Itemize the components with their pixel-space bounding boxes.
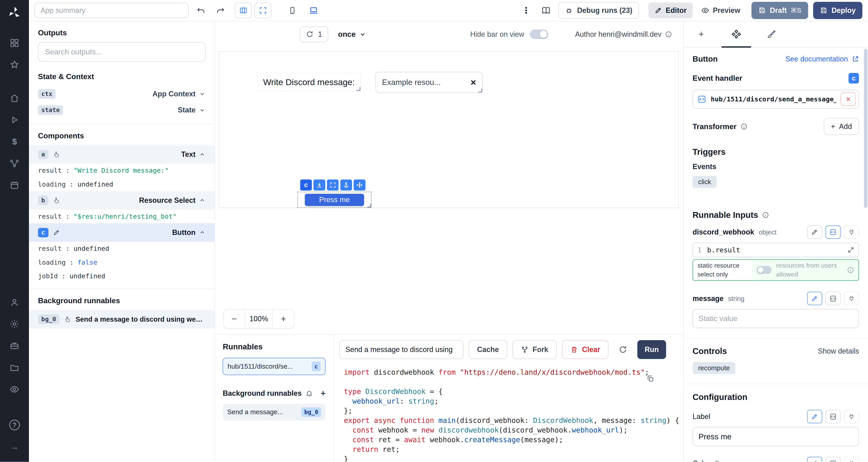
flows-icon[interactable] <box>6 155 23 172</box>
label-value-input[interactable] <box>692 427 859 446</box>
toggle-panels-button[interactable] <box>235 3 252 18</box>
controls-title: Controls <box>692 346 727 356</box>
state-row[interactable]: state State <box>29 102 214 118</box>
resize-handle[interactable] <box>367 204 371 207</box>
script-path: hub/1511/discord/send_a_message_... <box>711 95 836 103</box>
home-icon[interactable] <box>6 90 23 106</box>
favorites-star-icon[interactable] <box>6 57 23 73</box>
user-input-plug-icon[interactable] <box>844 410 859 423</box>
help-icon[interactable]: ? <box>6 417 23 433</box>
zoom-in-button[interactable]: + <box>273 309 294 328</box>
desktop-view-icon[interactable] <box>306 3 321 18</box>
background-runnable-row[interactable]: bg_0 Send a message to discord using web… <box>29 310 214 328</box>
resize-handle[interactable] <box>478 89 482 93</box>
expand-sidebar-icon[interactable]: → <box>6 438 23 455</box>
connect-input-code-icon[interactable] <box>826 226 841 239</box>
audit-eye-icon[interactable] <box>6 381 23 398</box>
redo-button[interactable] <box>213 3 228 18</box>
debug-runs-button[interactable]: Debug runs (23) <box>558 2 639 19</box>
bg0-badge: bg_0 <box>38 315 60 324</box>
component-row-a[interactable]: a Text <box>29 145 214 164</box>
insert-component-tab[interactable]: + <box>684 21 719 47</box>
windmill-logo[interactable] <box>7 6 22 20</box>
static-input-pencil-icon[interactable] <box>807 226 822 239</box>
clear-select-icon[interactable]: × <box>471 77 476 88</box>
hand-pointer-icon <box>64 316 71 323</box>
user-icon[interactable] <box>6 294 23 310</box>
resize-handle[interactable] <box>356 87 360 91</box>
outputs-search-input[interactable] <box>38 42 206 62</box>
fullscreen-button[interactable] <box>255 3 271 18</box>
cache-button[interactable]: Cache <box>469 340 507 359</box>
app-summary-input[interactable] <box>35 3 189 18</box>
deploy-button[interactable]: Deploy <box>813 2 862 19</box>
static-input-pencil-icon[interactable] <box>807 457 822 462</box>
user-input-plug-icon[interactable] <box>844 457 859 462</box>
script-name-input[interactable] <box>339 340 463 359</box>
component-row-c[interactable]: c Button <box>29 223 214 242</box>
connect-input-code-icon[interactable] <box>826 457 841 462</box>
folders-icon[interactable] <box>6 359 23 376</box>
remove-script-button[interactable]: × <box>841 93 856 106</box>
resource-mode-toggle[interactable] <box>756 266 772 274</box>
add-background-runnable-button[interactable]: + <box>321 389 326 398</box>
refresh-script-button[interactable] <box>614 340 632 359</box>
editor-tab-button[interactable]: Editor <box>648 2 693 19</box>
user-input-plug-icon[interactable] <box>844 292 859 305</box>
expand-editor-icon[interactable] <box>847 246 854 253</box>
refresh-components-button[interactable]: 1 <box>300 27 328 42</box>
preview-tab-button[interactable]: Preview <box>695 2 746 19</box>
expand-icon[interactable] <box>327 179 339 191</box>
state-label: State <box>178 106 195 114</box>
docs-book-button[interactable] <box>539 3 553 18</box>
refresh-mode-dropdown[interactable]: once <box>338 30 366 38</box>
static-input-pencil-icon[interactable] <box>807 292 822 305</box>
event-handler-script[interactable]: hub/1511/discord/send_a_message_... × <box>692 90 859 109</box>
ctx-label: App Context <box>152 90 195 98</box>
component-row-b[interactable]: b Resource Select <box>29 191 214 209</box>
clear-button[interactable]: Clear <box>562 340 609 359</box>
components-title: Components <box>29 124 214 145</box>
add-transformer-button[interactable]: + Add <box>824 118 859 135</box>
background-runnable-item[interactable]: Send a message... bg_0 <box>223 404 326 421</box>
copy-code-icon[interactable] <box>646 375 654 383</box>
user-input-plug-icon[interactable] <box>844 226 859 239</box>
resource-select-component[interactable]: Example resou... × <box>375 72 483 93</box>
static-input-pencil-icon[interactable] <box>807 410 822 423</box>
move-icon[interactable] <box>353 179 365 191</box>
zoom-out-button[interactable]: − <box>224 309 245 328</box>
discord-webhook-expr-input[interactable]: 1 b.result <box>692 243 859 257</box>
button-component[interactable]: Press me <box>305 194 364 206</box>
code-block[interactable]: import discordwebhook from "https://deno… <box>344 367 683 462</box>
settings-gear-icon[interactable] <box>6 316 23 332</box>
autosize-icon[interactable] <box>313 179 325 191</box>
workers-case-icon[interactable] <box>6 337 23 354</box>
settings-scrollbar[interactable] <box>864 49 867 208</box>
schedules-calendar-icon[interactable] <box>6 177 23 194</box>
text-component[interactable]: Write Discord message: <box>257 73 361 91</box>
ctx-row[interactable]: ctx App Context <box>29 86 214 102</box>
more-menu-button[interactable]: ⋮ <box>519 3 534 18</box>
settings-panel: + Button See documentation <box>683 21 868 462</box>
fork-button[interactable]: Fork <box>513 340 556 359</box>
hide-bar-toggle[interactable] <box>530 30 548 39</box>
canvas-grid[interactable]: Write Discord message: Example resou... … <box>219 52 679 208</box>
draft-button[interactable]: Draft ⌘S <box>751 2 808 19</box>
author-label: Author henri@windmill.dev <box>575 30 672 38</box>
apps-icon[interactable] <box>6 35 23 51</box>
run-button[interactable]: Run <box>637 340 666 359</box>
variables-icon[interactable]: $ <box>6 133 23 150</box>
code-editor[interactable]: import discordwebhook from "https://deno… <box>334 363 683 462</box>
anchor-icon[interactable] <box>340 179 352 191</box>
runnable-item[interactable]: hub/1511/discord/se... c <box>223 358 326 375</box>
runs-play-icon[interactable] <box>6 112 23 128</box>
connect-input-code-icon[interactable] <box>826 410 841 423</box>
message-static-value-input[interactable] <box>692 309 859 328</box>
styling-brush-tab[interactable] <box>754 21 789 47</box>
component-settings-tab[interactable] <box>719 21 754 47</box>
undo-button[interactable] <box>194 3 208 18</box>
connect-input-code-icon[interactable] <box>826 292 841 305</box>
see-documentation-link[interactable]: See documentation <box>785 55 859 63</box>
mobile-view-icon[interactable] <box>285 3 300 18</box>
show-details-link[interactable]: Show details <box>818 347 859 355</box>
